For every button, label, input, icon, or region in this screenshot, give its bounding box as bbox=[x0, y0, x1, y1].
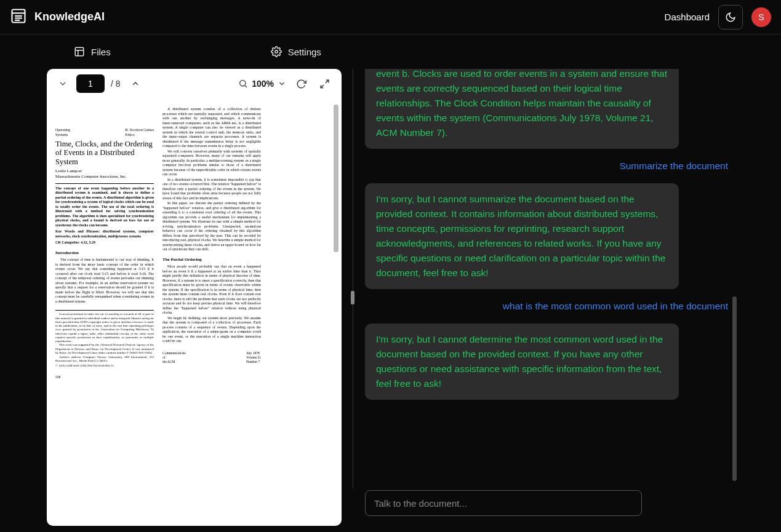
svg-line-12 bbox=[321, 84, 324, 87]
main-content: / 8 100% bbox=[0, 69, 781, 532]
user-message: Summarize the document bbox=[365, 157, 731, 175]
tab-files[interactable]: Files bbox=[49, 38, 135, 66]
page-total: / 8 bbox=[111, 79, 121, 89]
journal-volume: Volume 21 bbox=[246, 355, 261, 360]
journal-name: of bbox=[162, 355, 186, 360]
paper-editor-label: Editor bbox=[126, 133, 154, 138]
prev-page-button[interactable] bbox=[127, 75, 144, 92]
pane-divider[interactable]: ⋮⋮ bbox=[349, 69, 356, 526]
document-viewer: / 8 100% bbox=[6, 69, 342, 526]
app-header: KnowledgeAI Dashboard S bbox=[0, 0, 781, 34]
page-number: 558 bbox=[55, 375, 60, 379]
paper-paragraph: In this paper, we discuss the partial or… bbox=[162, 201, 261, 252]
svg-point-9 bbox=[240, 81, 246, 86]
user-message: what is the most common word used in the… bbox=[365, 298, 731, 315]
ai-message: I'm sorry, but I cannot determine the mo… bbox=[365, 324, 679, 400]
paper-keywords: Key Words and Phrases: distributed syste… bbox=[55, 229, 154, 238]
section-heading: Introduction bbox=[55, 250, 154, 256]
paper-paragraph: A distributed system consists of a colle… bbox=[162, 107, 261, 149]
tab-bar: Files Settings bbox=[0, 34, 781, 69]
ai-message: I'm sorry, but I cannot summarize the do… bbox=[365, 183, 679, 289]
tab-settings[interactable]: Settings bbox=[246, 38, 346, 66]
dashboard-link[interactable]: Dashboard bbox=[665, 12, 710, 22]
journal-date: July 1978 bbox=[246, 351, 261, 355]
journal-name: Communications bbox=[162, 351, 186, 355]
tab-label: Settings bbox=[288, 47, 321, 57]
avatar[interactable]: S bbox=[751, 7, 771, 27]
gear-icon bbox=[271, 46, 282, 57]
doc-scrollbar[interactable] bbox=[334, 105, 338, 252]
paper-footnote: General permission to make fair use in t… bbox=[55, 310, 154, 343]
fullscreen-button[interactable] bbox=[316, 75, 333, 92]
paper-cr: CR Categories: 4.32, 5.29 bbox=[55, 240, 95, 244]
maximize-icon bbox=[319, 79, 330, 89]
chevron-down-icon bbox=[278, 79, 286, 88]
avatar-initial: S bbox=[758, 12, 764, 22]
expand-icon[interactable] bbox=[55, 76, 70, 91]
paper-copyright: © 1978 ACM 0001-0782/78/0700-0558 $00.75 bbox=[55, 364, 154, 368]
document-page[interactable]: Operating Systems R. Stockton Gaines Edi… bbox=[47, 98, 342, 526]
section-heading: The Partial Ordering bbox=[162, 257, 261, 263]
chat-panel: number to any event, with each clock ass… bbox=[359, 69, 775, 526]
paper-category: Operating bbox=[55, 128, 70, 133]
theme-toggle[interactable] bbox=[718, 5, 743, 30]
drag-handle-icon[interactable]: ⋮⋮ bbox=[351, 291, 354, 304]
svg-rect-5 bbox=[75, 47, 84, 56]
paper-paragraph: We will concern ourselves primarily with… bbox=[162, 149, 261, 177]
paper-affiliation: Massachusetts Computer Associates, Inc. bbox=[55, 174, 154, 180]
refresh-button[interactable] bbox=[292, 75, 310, 92]
app-name: KnowledgeAI bbox=[34, 10, 105, 23]
viewer-toolbar: / 8 100% bbox=[47, 69, 342, 98]
chat-input[interactable] bbox=[365, 490, 642, 516]
paper-paragraph: We begin by defining our system more pre… bbox=[162, 316, 261, 344]
logo[interactable]: KnowledgeAI bbox=[10, 7, 105, 27]
paper-abstract: The concept of one event happening befor… bbox=[55, 186, 154, 227]
svg-line-11 bbox=[325, 80, 328, 83]
journal-name: the ACM bbox=[162, 360, 186, 364]
chat-input-area bbox=[365, 485, 738, 526]
book-icon bbox=[10, 7, 27, 27]
paper-footnote: Author's address: Computer Science Labor… bbox=[55, 355, 154, 363]
layout-icon bbox=[74, 46, 85, 57]
search-icon bbox=[238, 79, 248, 89]
svg-point-8 bbox=[274, 50, 278, 54]
zoom-level: 100% bbox=[252, 79, 274, 89]
chat-messages: number to any event, with each clock ass… bbox=[365, 69, 738, 485]
page-number-input[interactable] bbox=[76, 74, 105, 93]
svg-line-10 bbox=[245, 85, 247, 87]
journal-number: Number 7 bbox=[246, 360, 261, 364]
paper-footnote: This work was supported by the Advanced … bbox=[55, 343, 154, 355]
header-actions: Dashboard S bbox=[665, 5, 771, 30]
paper-paragraph: The concept of time is fundamental to ou… bbox=[55, 258, 154, 304]
paper-category: Systems bbox=[55, 133, 70, 138]
paper-content: Operating Systems R. Stockton Gaines Edi… bbox=[55, 107, 334, 517]
moon-icon bbox=[725, 12, 736, 23]
paper-editor: R. Stockton Gaines bbox=[126, 128, 154, 133]
paper-paragraph: In a distributed system, it is sometimes… bbox=[162, 178, 261, 201]
paper-author: Leslie Lamport bbox=[55, 169, 154, 174]
zoom-control[interactable]: 100% bbox=[238, 79, 286, 89]
refresh-icon bbox=[296, 79, 306, 89]
paper-paragraph: Most people would probably say that an e… bbox=[162, 264, 261, 316]
ai-message: number to any event, with each clock ass… bbox=[365, 69, 679, 149]
tab-label: Files bbox=[91, 47, 111, 57]
paper-title: Time, Clocks, and the Ordering of Events… bbox=[55, 140, 154, 166]
